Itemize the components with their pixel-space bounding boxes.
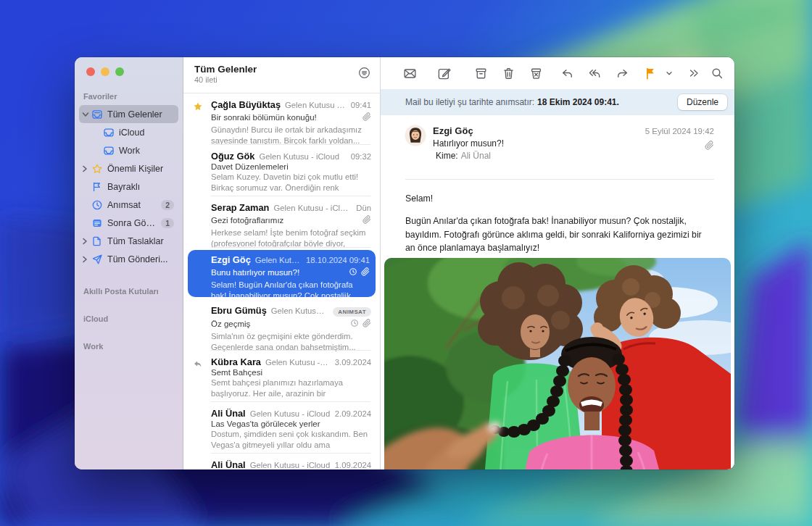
message-subject: Gezi fotoğraflarımız [211,216,362,225]
message-date: 1.09.2024 [335,461,371,469]
message-mailbox: Gelen Kutusu - iCl... [271,306,329,315]
message-row[interactable]: Serap ZamanGelen Kutusu - iCloudDünGezi … [183,196,380,248]
unread-badge: 2 [161,200,174,210]
sidebar-item-label: Work [119,146,174,156]
message-indicator-icons [362,214,371,227]
reminder-date: 18 Ekim 2024 09:41. [537,97,619,107]
sidebar-section-smart-mailboxes[interactable]: Akıllı Posta Kutuları [75,287,183,296]
archive-icon[interactable] [473,64,489,82]
message-row[interactable]: Oğuz GökGelen Kutusu - iCloud09:32Davet … [183,145,380,196]
sidebar-section-favorites[interactable]: Favoriler [75,92,183,101]
message-subject: Bir sonraki bölümün konuğu! [211,113,362,122]
message-subject: Hatırlıyor musun?! [433,138,504,149]
to-recipient[interactable]: Ali Ünal [461,151,491,161]
get-mail-icon[interactable] [402,64,418,82]
sidebar-item-label: Bayraklı [107,182,174,192]
sidebar-item-bayrakli[interactable]: Bayraklı [79,178,178,196]
flag-menu-chevron-icon[interactable] [662,64,677,82]
mail-window: Favoriler Tüm GelenleriCloudWorkÖnemli K… [75,57,734,469]
minimize-window-button[interactable] [101,67,109,76]
message-preview: Günaydın! Burcu ile ortak bir arkadaşımı… [211,125,371,146]
more-toolbar-icon[interactable] [687,64,702,82]
junk-icon[interactable] [529,64,544,82]
message-date: 2.09.2024 [335,409,371,418]
message-sender: Serap Zaman [211,202,269,213]
message-sender: Ali Ünal [211,408,246,419]
paperclip-icon [362,317,371,330]
message-row[interactable]: Ebru GümüşGelen Kutusu - iCl...ANIMSATÖz… [183,299,380,351]
sidebar-item-tum-taslaklar[interactable]: Tüm Taslaklar [79,232,178,250]
remind-chip: ANIMSAT [333,307,371,317]
message-sender: Ezgi Göç [211,254,251,265]
message-from: Ezgi Göç [433,125,504,136]
to-label: Kime: [436,151,458,161]
paperclip-icon [361,266,370,279]
message-mailbox: Gelen Kutusu... [255,256,302,264]
message-date: 3.09.2024 [335,358,371,367]
edit-reminder-button[interactable]: Düzenle [678,94,727,110]
window-controls [75,67,183,76]
inbox-icon [91,108,103,120]
message-mailbox: Gelen Kutusu - iCl... [265,358,331,367]
sidebar-item-icloud-inbox[interactable]: iCloud [79,123,178,141]
paperclip-icon [362,214,371,227]
chevron-right-icon[interactable] [82,256,89,263]
message-header: Ezgi Göç Hatırlıyor musun?! Kime:Ali Üna… [381,115,734,172]
remind-clock-icon [350,317,359,330]
trash-icon[interactable] [501,64,516,82]
zoom-window-button[interactable] [115,67,124,76]
mailbox-icon [102,126,115,138]
reply-icon[interactable] [560,64,575,82]
sidebar-item-label: Tüm Taslaklar [107,236,174,246]
draft-icon [91,235,103,247]
sidebar-section-work[interactable]: Work [75,342,183,351]
sidebar-item-sonra-gonder[interactable]: Sonra Gön...1 [79,214,178,232]
chevron-down-icon[interactable] [82,112,89,117]
close-window-button[interactable] [86,67,95,76]
sender-avatar[interactable] [405,125,426,146]
message-row[interactable]: Kübra KaraGelen Kutusu - iCl...3.09.2024… [183,351,380,402]
search-icon[interactable] [709,64,724,82]
message-row[interactable]: Ali ÜnalGelen Kutusu - iCloud2.09.2024La… [183,402,380,454]
message-preview: Simla'nın öz geçmişini ekte gönderdim. G… [211,331,371,353]
forward-icon[interactable] [615,64,630,82]
message-subject: Bunu hatırlıyor musun?! [211,268,349,277]
message-sender: Ali Ünal [211,459,246,469]
message-row[interactable]: Çağla BüyüktaşGelen Kutusu - iCl...09:41… [183,93,380,145]
flag-icon[interactable] [643,64,658,82]
sidebar-item-onemli-kisiler[interactable]: Önemli Kişiler [79,159,178,178]
sidebar: Favoriler Tüm GelenleriCloudWorkÖnemli K… [75,57,183,469]
mailbox-icon [102,144,115,156]
message-subject: Semt Bahçesi [211,368,371,377]
message-preview: Semt bahçesi planımızı hazırlamaya başlı… [211,377,371,399]
chevron-right-icon[interactable] [82,238,89,245]
sidebar-item-label: Anımsat [107,200,158,210]
sidebar-item-tum-gonderilenler[interactable]: Tüm Gönderi... [79,250,178,268]
toolbar [381,57,734,89]
message-list-header: Tüm Gelenler 40 ileti [183,57,380,93]
sidebar-items: Tüm GelenleriCloudWorkÖnemli KişilerBayr… [75,105,183,268]
chevron-right-icon[interactable] [82,165,89,172]
message-mailbox: Gelen Kutusu - iCloud [250,461,331,469]
message-row[interactable]: Ezgi GöçGelen Kutusu...18.10.2024 09:41B… [188,250,376,297]
photo-attachment[interactable] [384,258,731,469]
sidebar-item-label: Tüm Gelenler [107,109,174,120]
sidebar-section-icloud[interactable]: iCloud [75,314,183,323]
filter-icon[interactable] [357,66,371,83]
message-sender: Ebru Gümüş [211,305,267,316]
message-row[interactable]: Ali ÜnalGelen Kutusu - iCloud1.09.2024 [183,454,380,469]
message-subject: Davet Düzenlemeleri [211,162,371,171]
sidebar-item-work-inbox[interactable]: Work [79,141,178,159]
message-date: 09:41 [351,101,371,109]
message-mailbox: Gelen Kutusu - iCl... [285,101,347,109]
sidebar-item-tum-gelenler[interactable]: Tüm Gelenler [79,105,178,123]
sidebar-item-label: Tüm Gönderi... [107,254,174,264]
message-body: Selam! Bugün Anılar'da çıkan fotoğrafa b… [381,180,734,258]
body-paragraph: Bugün Anılar'da çıkan fotoğrafa bak! İna… [405,214,713,254]
sidebar-item-animsat[interactable]: Anımsat2 [79,196,178,214]
remind-clock-icon [349,266,357,279]
paperclip-icon [362,111,371,124]
message-subject: Öz geçmiş [211,320,350,328]
compose-icon[interactable] [436,64,452,82]
reply-all-icon[interactable] [587,64,602,82]
